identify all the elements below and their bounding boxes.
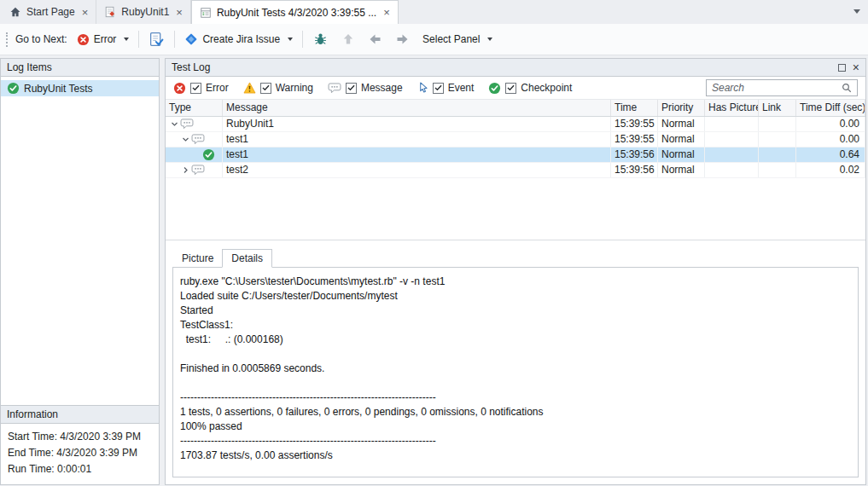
log-items-title: Log Items [7, 61, 52, 73]
type-cell [166, 132, 223, 147]
filter-message: Message [328, 82, 403, 94]
details-line-6: Finished in 0.0005869 seconds. [180, 362, 851, 376]
left-arrow-icon [368, 32, 382, 46]
log-row-test2-3[interactable]: test215:39:56Normal0.02 [166, 163, 865, 178]
collapse-icon[interactable] [180, 136, 191, 143]
expand-icon[interactable] [180, 166, 191, 174]
checkpoint-icon [488, 82, 501, 95]
tab-close-icon[interactable]: × [383, 7, 390, 18]
column-header-time-diff-sec[interactable]: Time Diff (sec) [796, 100, 865, 116]
show-details-report-button[interactable] [145, 29, 168, 50]
message-icon [191, 165, 205, 176]
tab-rubyunit1[interactable]: RubyUnit1× [96, 0, 191, 24]
post-issue-button[interactable] [309, 29, 332, 49]
column-header-priority[interactable]: Priority [658, 100, 705, 116]
filter-checkbox-message[interactable] [346, 83, 357, 94]
up-one-level-button[interactable] [338, 30, 358, 49]
message-cell: test1 [223, 132, 611, 147]
filter-warning: Warning [243, 82, 313, 94]
select-panel-dropdown[interactable]: Select Panel [419, 31, 496, 48]
collapse-icon[interactable] [169, 120, 180, 128]
filter-checkbox-error[interactable] [190, 83, 201, 94]
test-log-panel: Test Log × ErrorWarningMessageEventCheck… [165, 58, 866, 485]
details-line-4: test1: .: (0.000168) [180, 333, 851, 347]
time-cell: 15:39:55 [611, 117, 658, 131]
float-panel-icon[interactable] [838, 64, 846, 72]
log-items-header: Log Items [1, 59, 159, 77]
create-jira-issue-label: Create Jira Issue [202, 33, 280, 45]
dropdown-caret-icon [124, 38, 129, 41]
information-lines: Start Time: 4/3/2020 3:39 PMEnd Time: 4/… [1, 424, 159, 484]
tree-item-rubyunit-tests[interactable]: RubyUnit Tests [1, 80, 159, 96]
filter-label: Checkpoint [521, 82, 572, 94]
log-items-tree: RubyUnit Tests [1, 77, 159, 405]
details-line-2: Started [180, 304, 851, 318]
tab-close-icon[interactable]: × [82, 7, 89, 18]
tab-rubyunit-tests-4-3-2020-3-39-55[interactable]: RubyUnit Tests 4/3/2020 3:39:55 ...× [191, 0, 399, 24]
main-toolbar: Go to Next: Error Create Jira Issue [0, 24, 868, 55]
filter-checkbox-warning[interactable] [260, 83, 271, 94]
create-jira-issue-button[interactable]: Create Jira Issue [181, 30, 296, 49]
close-panel-icon[interactable]: × [853, 61, 859, 73]
details-line-8: ----------------------------------------… [180, 391, 851, 405]
dropdown-caret-icon [487, 38, 492, 41]
log-row-test1-1[interactable]: test115:39:55Normal0.00 [166, 132, 865, 148]
has-picture-cell [705, 132, 759, 147]
log-row-rubyunit1-0[interactable]: RubyUnit115:39:55Normal0.00 [166, 117, 865, 132]
priority-cell: Normal [658, 117, 705, 131]
info-line-2: Run Time: 0:00:01 [8, 461, 159, 477]
column-header-link[interactable]: Link [759, 100, 796, 116]
tree-item-label: RubyUnit Tests [24, 83, 92, 95]
column-header-type[interactable]: Type [166, 100, 223, 116]
tab-label: RubyUnit1 [121, 6, 169, 18]
tab-strip: Start Page×RubyUnit1×RubyUnit Tests 4/3/… [0, 0, 399, 24]
search-box [706, 79, 858, 96]
go-back-button[interactable] [364, 30, 386, 49]
message-cell: RubyUnit1 [223, 117, 611, 131]
details-tab-details[interactable]: Details [222, 249, 272, 268]
has-picture-cell [705, 117, 759, 131]
tab-label: RubyUnit Tests 4/3/2020 3:39:55 ... [217, 7, 376, 19]
event-icon [417, 82, 428, 94]
has-picture-cell [705, 148, 759, 162]
details-content: ruby.exe "C:\Users\tester\Documents\myte… [172, 267, 859, 477]
link-cell [759, 148, 796, 162]
details-area: PictureDetails ruby.exe "C:\Users\tester… [166, 240, 865, 484]
checkpoint-icon [7, 82, 20, 95]
search-input[interactable] [712, 82, 838, 94]
document-tab-bar: Start Page×RubyUnit1×RubyUnit Tests 4/3/… [0, 0, 868, 24]
app-window: Start Page×RubyUnit1×RubyUnit Tests 4/3/… [0, 0, 868, 486]
filter-checkbox-checkpoint[interactable] [505, 83, 516, 94]
message-icon [191, 134, 205, 145]
jira-diamond-icon [184, 32, 198, 46]
information-header: Information [1, 406, 159, 424]
go-forward-button[interactable] [392, 30, 413, 49]
filter-error: Error [173, 82, 229, 95]
priority-cell: Normal [658, 148, 705, 162]
time-diff-cell: 0.64 [796, 148, 865, 162]
details-tab-picture[interactable]: Picture [173, 250, 222, 267]
type-cell [166, 117, 223, 131]
has-picture-cell [705, 163, 759, 177]
column-header-message[interactable]: Message [223, 100, 611, 116]
type-cell [166, 148, 223, 162]
tab-start-page[interactable]: Start Page× [2, 0, 96, 24]
time-diff-cell: 0.00 [796, 117, 865, 131]
details-tab-strip: PictureDetails [172, 248, 859, 267]
filter-group: ErrorWarningMessageEventCheckpoint [173, 82, 586, 95]
test-log-title: Test Log [172, 61, 210, 73]
tab-list-chevron-icon[interactable] [853, 9, 860, 14]
filter-checkbox-event[interactable] [433, 83, 444, 94]
time-diff-cell: 0.02 [796, 163, 865, 177]
tab-label: Start Page [26, 6, 75, 18]
column-header-time[interactable]: Time [611, 100, 658, 116]
filter-label: Warning [276, 82, 313, 94]
column-header-has-picture[interactable]: Has Picture [705, 100, 759, 116]
tab-close-icon[interactable]: × [176, 7, 183, 18]
toolbar-grip[interactable] [6, 32, 8, 47]
checkpoint-icon [202, 148, 215, 161]
log-row-test1-2[interactable]: test115:39:56Normal0.64 [166, 148, 865, 163]
workspace: Log Items RubyUnit Tests Information Sta… [0, 55, 868, 486]
link-cell [759, 132, 796, 147]
go-to-next-error-dropdown[interactable]: Error [73, 31, 133, 49]
